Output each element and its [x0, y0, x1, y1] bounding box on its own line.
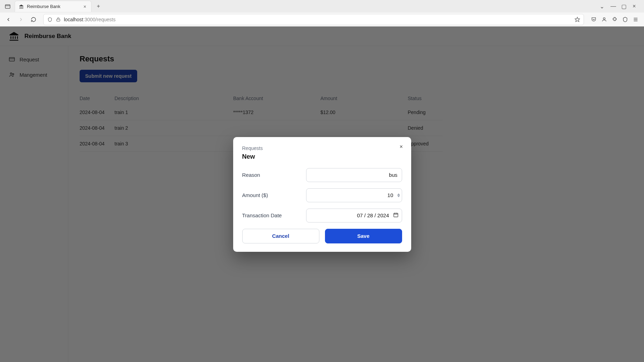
pocket-icon[interactable] [591, 17, 597, 22]
amount-label: Amount ($) [242, 192, 268, 198]
amount-input[interactable] [306, 188, 402, 202]
form-row-date: Transaction Date [242, 209, 402, 223]
bookmark-star-icon[interactable] [575, 17, 580, 22]
forward-button[interactable] [16, 15, 26, 24]
save-button[interactable]: Save [325, 229, 402, 243]
number-stepper[interactable] [397, 193, 400, 197]
browser-toolbar: localhost:3000/requests [0, 13, 644, 27]
reload-button[interactable] [29, 15, 38, 24]
date-input-wrap [306, 209, 402, 223]
form-row-reason: Reason [242, 168, 402, 182]
modal-actions: Cancel Save [242, 229, 402, 243]
modal-overlay[interactable]: × Requests New Reason Amount ($) Transac [0, 27, 644, 362]
browser-tab[interactable]: Reimburse Bank × [15, 1, 91, 12]
maximize-window-button[interactable]: ▢ [619, 2, 629, 10]
close-window-button[interactable]: × [629, 2, 639, 10]
tab-close-icon[interactable]: × [82, 4, 88, 9]
stepper-up-icon[interactable] [397, 193, 400, 195]
toolbar-right [589, 17, 641, 22]
modal-close-button[interactable]: × [398, 143, 405, 150]
back-button[interactable] [3, 15, 13, 24]
app-menu-button[interactable] [3, 1, 13, 11]
lock-icon [55, 17, 61, 22]
date-label: Transaction Date [242, 212, 282, 218]
svg-point-3 [603, 17, 605, 19]
svg-marker-2 [575, 17, 579, 22]
reason-input[interactable] [306, 168, 402, 182]
new-request-modal: × Requests New Reason Amount ($) Transac [233, 137, 411, 252]
browser-right-controls: ⌄ — ▢ × [600, 2, 641, 10]
url-text: localhost:3000/requests [64, 17, 116, 22]
stepper-down-icon[interactable] [397, 195, 400, 197]
bank-favicon-icon [18, 4, 24, 9]
account-icon[interactable] [601, 17, 607, 22]
tab-bar: Reimburse Bank × + ⌄ — ▢ × [0, 0, 644, 13]
url-bar[interactable]: localhost:3000/requests [43, 14, 584, 25]
tab-title: Reimburse Bank [27, 4, 79, 9]
modal-eyebrow: Requests [242, 145, 402, 151]
app-viewport: BANK Reimburse Bank Request Mangement Re… [0, 27, 644, 362]
form-row-amount: Amount ($) [242, 188, 402, 202]
svg-rect-1 [57, 19, 60, 21]
privacy-shield-icon[interactable] [622, 17, 628, 22]
extensions-icon[interactable] [612, 17, 617, 22]
reason-label: Reason [242, 172, 260, 178]
calendar-icon[interactable] [393, 212, 399, 219]
svg-rect-0 [5, 5, 10, 9]
cancel-button[interactable]: Cancel [242, 229, 319, 243]
minimize-window-button[interactable]: — [608, 2, 618, 10]
browser-chrome: Reimburse Bank × + ⌄ — ▢ × [0, 0, 644, 27]
window-controls: — ▢ × [608, 2, 639, 10]
new-tab-button[interactable]: + [94, 1, 103, 11]
url-path: :3000/requests [83, 17, 116, 22]
transaction-date-input[interactable] [306, 209, 402, 223]
url-host: localhost [64, 17, 83, 22]
amount-input-wrap [306, 188, 402, 202]
shield-icon [47, 17, 53, 22]
tabs-chevron-icon[interactable]: ⌄ [600, 3, 604, 10]
modal-title: New [242, 153, 402, 160]
hamburger-menu-icon[interactable] [633, 17, 638, 22]
svg-rect-8 [394, 213, 398, 217]
